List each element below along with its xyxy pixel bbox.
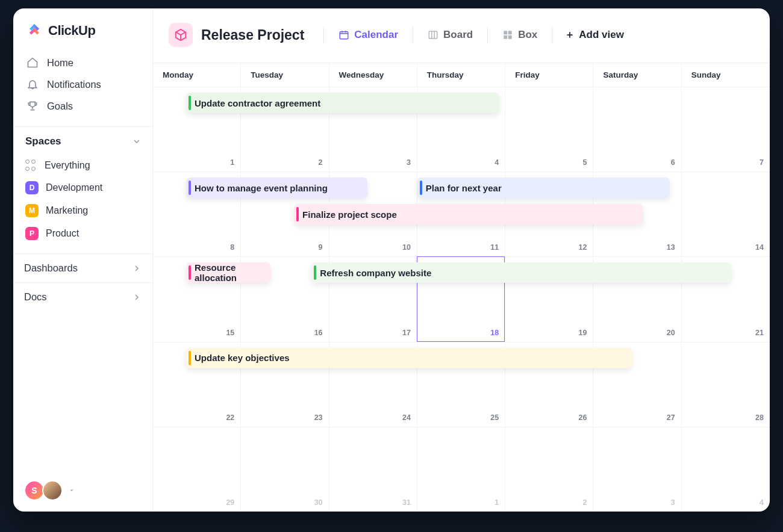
- calendar-date: 15: [226, 329, 234, 337]
- event-color-bar: [189, 181, 191, 195]
- add-view-button[interactable]: Add view: [566, 29, 624, 41]
- calendar-date: 21: [755, 329, 764, 337]
- day-header: Friday: [505, 63, 593, 87]
- svg-rect-2: [504, 31, 507, 34]
- svg-rect-4: [504, 36, 507, 39]
- view-board-label: Board: [443, 29, 473, 41]
- view-calendar[interactable]: Calendar: [337, 26, 399, 43]
- svg-rect-1: [429, 31, 437, 39]
- calendar-event[interactable]: Update key objectives: [186, 348, 632, 368]
- calendar-date: 19: [579, 329, 587, 337]
- view-board[interactable]: Board: [426, 26, 474, 43]
- avatar-initial: S: [24, 480, 45, 501]
- calendar-date: 9: [319, 243, 323, 252]
- spaces-toggle[interactable]: Spaces: [13, 127, 152, 152]
- avatar-photo: [42, 480, 63, 501]
- calendar-cell[interactable]: 1: [417, 427, 505, 512]
- nav-notifications[interactable]: Notifications: [24, 73, 142, 95]
- calendar-cell[interactable]: 29: [153, 427, 241, 512]
- spaces-header-label: Spaces: [25, 135, 61, 147]
- event-color-bar: [314, 265, 316, 280]
- calendar-date: 1: [494, 498, 499, 507]
- trophy-icon: [27, 100, 39, 112]
- space-item-marketing[interactable]: MMarketing: [20, 199, 145, 222]
- nav-goals[interactable]: Goals: [24, 95, 142, 117]
- view-box-label: Box: [518, 29, 537, 41]
- calendar-date: 2: [582, 498, 587, 507]
- topbar: Release Project Calendar Board Box Add v…: [153, 8, 770, 63]
- calendar-cell[interactable]: 31: [329, 427, 417, 512]
- calendar-date: 4: [760, 498, 764, 507]
- calendar-cell[interactable]: 30: [241, 427, 329, 512]
- calendar-date: 28: [755, 413, 764, 422]
- cube-icon: [174, 28, 187, 42]
- project-icon[interactable]: [169, 23, 193, 47]
- event-title: Resource allocation: [195, 262, 270, 283]
- event-title: Update key objectives: [195, 353, 290, 363]
- nav-home[interactable]: Home: [24, 52, 142, 73]
- calendar-date: 29: [226, 498, 234, 507]
- calendar-date: 12: [579, 243, 587, 252]
- calendar-cell[interactable]: 2: [505, 427, 593, 512]
- home-icon: [27, 57, 39, 69]
- calendar-date: 30: [314, 498, 323, 507]
- event-title: Plan for next year: [426, 183, 502, 193]
- space-item-product[interactable]: PProduct: [20, 222, 145, 245]
- calendar-cell[interactable]: 7: [682, 87, 770, 172]
- everything-icon: [25, 159, 37, 172]
- day-header: Sunday: [682, 63, 770, 87]
- event-title: How to manage event planning: [195, 183, 328, 193]
- calendar-cell[interactable]: 3: [593, 427, 681, 512]
- clickup-logo-icon: [27, 23, 42, 39]
- calendar-event[interactable]: How to manage event planning: [186, 178, 367, 198]
- caret-down-icon: [69, 487, 75, 493]
- event-color-bar: [189, 351, 191, 365]
- project-title: Release Project: [201, 27, 304, 43]
- calendar-cell[interactable]: 28: [682, 342, 770, 427]
- day-header: Monday: [153, 63, 241, 87]
- app-logo[interactable]: ClickUp: [13, 8, 152, 51]
- view-box[interactable]: Box: [501, 26, 538, 43]
- space-badge: P: [25, 227, 39, 240]
- nav-dashboards-label: Dashboards: [24, 262, 78, 274]
- space-item-label: Product: [46, 228, 79, 239]
- calendar-cell[interactable]: 6: [593, 87, 681, 172]
- user-avatars[interactable]: S: [24, 480, 75, 501]
- sidebar: ClickUp Home Notifications Goals Spaces: [13, 8, 153, 512]
- space-everything[interactable]: Everything: [20, 155, 145, 176]
- calendar-event[interactable]: Resource allocation: [186, 262, 270, 283]
- chevron-down-icon: [132, 137, 142, 146]
- calendar-event[interactable]: Refresh company website: [311, 262, 731, 283]
- calendar-date: 5: [582, 158, 587, 167]
- nav-goals-label: Goals: [47, 101, 73, 112]
- app-name: ClickUp: [48, 23, 95, 39]
- event-title: Update contractor agreement: [195, 98, 320, 108]
- add-view-label: Add view: [579, 29, 624, 41]
- calendar-event[interactable]: Finalize project scope: [294, 204, 643, 224]
- calendar-date: 1: [230, 158, 234, 167]
- calendar: MondayTuesdayWednesdayThursdayFridaySatu…: [153, 63, 770, 512]
- calendar-date: 18: [490, 329, 499, 337]
- space-item-development[interactable]: DDevelopment: [20, 176, 145, 199]
- day-header: Tuesday: [241, 63, 329, 87]
- nav-notifications-label: Notifications: [47, 79, 101, 90]
- event-color-bar: [296, 207, 299, 221]
- day-header: Wednesday: [329, 63, 417, 87]
- calendar-cell[interactable]: 14: [682, 172, 770, 256]
- calendar-cell[interactable]: 4: [682, 427, 770, 512]
- calendar-date: 22: [226, 413, 234, 422]
- calendar-event[interactable]: Update contractor agreement: [186, 93, 499, 113]
- calendar-date: 24: [402, 413, 411, 422]
- nav-dashboards[interactable]: Dashboards: [13, 253, 152, 282]
- calendar-date: 17: [402, 329, 411, 337]
- calendar-date: 3: [671, 498, 675, 507]
- nav-docs[interactable]: Docs: [13, 282, 152, 311]
- event-title: Finalize project scope: [302, 209, 397, 220]
- calendar-date: 25: [490, 413, 499, 422]
- svg-rect-3: [508, 31, 512, 34]
- chevron-right-icon: [132, 264, 142, 273]
- calendar-cell[interactable]: 5: [505, 87, 593, 172]
- calendar-date: 26: [579, 413, 587, 422]
- calendar-event[interactable]: Plan for next year: [417, 178, 670, 198]
- space-everything-label: Everything: [45, 160, 90, 171]
